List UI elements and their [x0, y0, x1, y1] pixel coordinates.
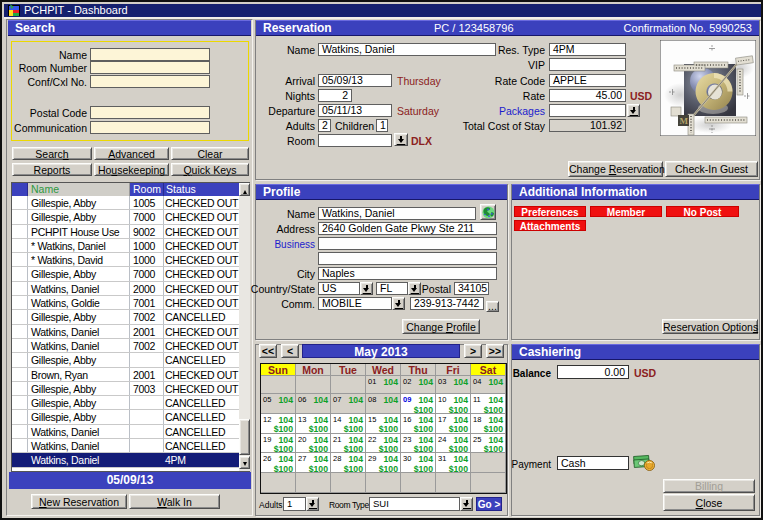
svg-text:M: M — [680, 116, 689, 126]
